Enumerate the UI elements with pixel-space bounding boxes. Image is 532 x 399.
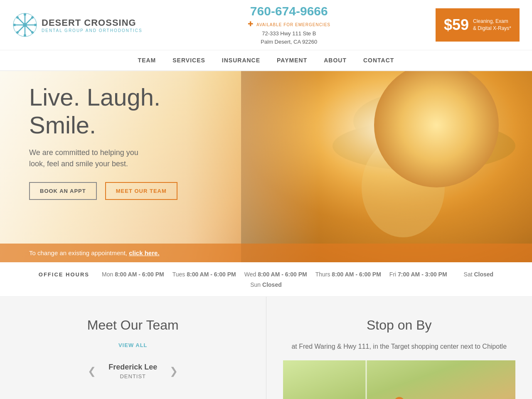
- hours-sat-time: Closed: [474, 271, 494, 278]
- hours-thurs-time: 8:00 AM - 6:00 PM: [332, 271, 381, 278]
- address-line2: Palm Desert, CA 92260: [261, 39, 317, 45]
- hours-fri-time: 7:00 AM - 3:00 PM: [398, 271, 447, 278]
- hours-tues-time: 8:00 AM - 6:00 PM: [187, 271, 236, 278]
- nav-item-services[interactable]: SERVICES: [172, 57, 205, 64]
- svg-point-10: [31, 31, 34, 34]
- bottom-section: Meet Our Team VIEW ALL ❮ Frederick Lee D…: [0, 297, 532, 399]
- svg-point-11: [31, 16, 34, 19]
- team-member-card: Frederick Lee DENTIST: [108, 363, 157, 379]
- nav-item-insurance[interactable]: INSURANCE: [222, 57, 260, 64]
- svg-point-6: [24, 34, 26, 37]
- carousel-prev-arrow[interactable]: ❮: [84, 361, 100, 381]
- promo-description: Cleaning, Exam & Digital X-Rays*: [473, 18, 511, 32]
- phone-display[interactable]: 760-674-9666: [250, 4, 328, 18]
- logo-sub-text: DENTAL GROUP AND ORTHODONTICS: [42, 28, 143, 33]
- logo-icon: [12, 12, 37, 37]
- hero-banner-link[interactable]: click here.: [129, 249, 159, 256]
- stop-by-description: at Fred Waring & Hwy 111, in the Target …: [283, 341, 516, 352]
- promo-price: $59: [444, 16, 469, 34]
- hours-tues-day: Tues 8:00 AM - 6:00 PM: [172, 271, 236, 278]
- hours-sun-time: Closed: [262, 281, 282, 288]
- cross-icon: ✚: [248, 20, 253, 27]
- hours-fri-day: Fri 7:00 AM - 3:00 PM: [389, 271, 447, 278]
- hero-banner: To change an existing appointment, click…: [0, 244, 532, 262]
- logo-area[interactable]: DESERT CROSSING DENTAL GROUP AND ORTHODO…: [12, 12, 143, 37]
- svg-rect-18: [283, 360, 516, 399]
- phone-number: 760-674-9666: [250, 4, 328, 18]
- nav-item-team[interactable]: TEAM: [138, 57, 156, 64]
- nav-item-payment[interactable]: PAYMENT: [277, 57, 307, 64]
- svg-point-12: [16, 31, 19, 34]
- svg-point-7: [13, 24, 16, 26]
- hours-sat-day: Sat Closed: [464, 271, 494, 278]
- emergency-line: ✚ AVAILABLE FOR EMERGENCIES: [248, 20, 330, 28]
- stop-by-section: Stop on By at Fred Waring & Hwy 111, in …: [266, 297, 532, 399]
- logo-main-text: DESERT CROSSING: [42, 17, 143, 28]
- meet-team-title: Meet Our Team: [17, 318, 249, 333]
- carousel-next-arrow[interactable]: ❯: [165, 361, 182, 381]
- hours-wed-day: Wed 8:00 AM - 6:00 PM: [244, 271, 307, 278]
- svg-point-8: [34, 24, 37, 26]
- svg-point-5: [24, 13, 26, 16]
- header-contact-info: 760-674-9666 ✚ AVAILABLE FOR EMERGENCIES…: [143, 4, 436, 46]
- meet-team-button[interactable]: MEET OUR TEAM: [105, 182, 177, 200]
- hero-banner-text: To change an existing appointment,: [29, 249, 127, 256]
- hours-mon-time: 8:00 AM - 6:00 PM: [115, 271, 164, 278]
- team-member-name: Frederick Lee: [108, 363, 157, 372]
- book-appt-button[interactable]: BOOK AN APPT: [29, 182, 97, 200]
- map-image[interactable]: [283, 360, 516, 399]
- logo-text: DESERT CROSSING DENTAL GROUP AND ORTHODO…: [42, 17, 143, 33]
- address-display: 72-333 Hwy 111 Ste B Palm Desert, CA 922…: [261, 30, 317, 46]
- team-carousel: ❮ Frederick Lee DENTIST ❯: [17, 361, 249, 381]
- emergency-text: AVAILABLE FOR EMERGENCIES: [256, 22, 330, 27]
- svg-point-13: [23, 23, 27, 27]
- office-hours-section: OFFICE HOURS Mon 8:00 AM - 6:00 PM Tues …: [0, 262, 532, 297]
- office-hours-label: OFFICE HOURS: [39, 271, 89, 278]
- hours-thurs-day: Thurs 8:00 AM - 6:00 PM: [315, 271, 381, 278]
- hero-buttons: BOOK AN APPT MEET OUR TEAM: [29, 182, 177, 200]
- hours-mon-day: Mon 8:00 AM - 6:00 PM: [102, 271, 164, 278]
- stop-by-title: Stop on By: [283, 318, 516, 333]
- promo-desc-line2: & Digital X-Rays*: [473, 25, 511, 32]
- view-all-link[interactable]: VIEW ALL: [118, 342, 148, 348]
- hero-section: Live. Laugh.Smile. We are committed to h…: [0, 71, 532, 262]
- main-nav: TEAM SERVICES INSURANCE PAYMENT ABOUT CO…: [0, 50, 532, 71]
- hero-content: Live. Laugh.Smile. We are committed to h…: [29, 84, 177, 200]
- hours-wed-time: 8:00 AM - 6:00 PM: [258, 271, 307, 278]
- promo-desc-line1: Cleaning, Exam: [473, 18, 511, 25]
- nav-item-contact[interactable]: CONTACT: [363, 57, 394, 64]
- svg-point-9: [16, 16, 19, 19]
- header: DESERT CROSSING DENTAL GROUP AND ORTHODO…: [0, 0, 532, 50]
- address-line1: 72-333 Hwy 111 Ste B: [262, 30, 316, 37]
- hero-title: Live. Laugh.Smile.: [29, 84, 177, 139]
- team-member-role: DENTIST: [108, 373, 157, 379]
- hero-subtitle: We are committed to helping youlook, fee…: [29, 147, 177, 170]
- nav-item-about[interactable]: ABOUT: [324, 57, 347, 64]
- hours-sun-day: Sun Closed: [250, 281, 282, 288]
- meet-team-section: Meet Our Team VIEW ALL ❮ Frederick Lee D…: [0, 297, 266, 399]
- promo-badge[interactable]: $59 Cleaning, Exam & Digital X-Rays*: [436, 8, 520, 42]
